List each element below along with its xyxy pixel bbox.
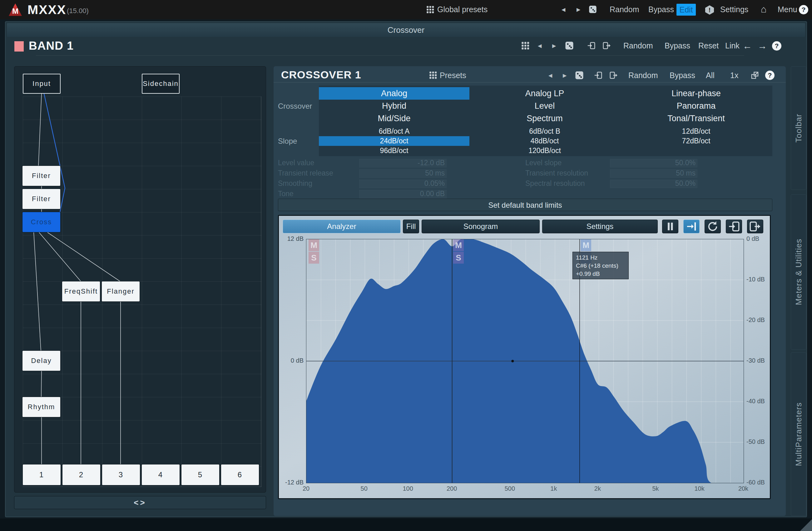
band-s-badge[interactable]: S — [308, 252, 319, 264]
window-title: Crossover — [7, 23, 805, 37]
band-presets-grid-icon[interactable] — [521, 41, 530, 50]
slope-option-12db-oct[interactable]: 12dB/oct — [620, 127, 772, 136]
param-label: Level value — [278, 159, 314, 167]
xp-all-button[interactable]: All — [706, 71, 714, 80]
normalize-button[interactable] — [683, 219, 699, 233]
alert-hexagon-icon[interactable]: ! — [705, 5, 714, 15]
tab-analyzer[interactable]: Analyzer — [282, 219, 401, 233]
slope-option-6db-oct-a[interactable]: 6dB/oct A — [319, 127, 469, 136]
global-presets-button[interactable]: Global presets — [437, 5, 488, 14]
graph-slot-1[interactable]: 1 — [23, 464, 61, 485]
forward-arrow-icon[interactable]: → — [758, 41, 767, 51]
slope-option-120db-oct[interactable]: 120dB/oct — [469, 146, 620, 156]
graph-node-flanger[interactable]: Flanger — [102, 282, 140, 301]
sidebar-section-meters-utilities[interactable]: Meters & Utilities — [791, 194, 807, 350]
xp-bypass-button[interactable]: Bypass — [670, 71, 695, 80]
tab-settings[interactable]: Settings — [542, 219, 658, 233]
graph-scrollbar[interactable]: <> — [14, 496, 266, 509]
band-dice-icon[interactable] — [565, 41, 574, 50]
xp-help-icon[interactable]: ? — [765, 71, 774, 80]
crossover-option-mid-side[interactable]: Mid/Side — [319, 112, 469, 125]
band-link-button[interactable]: Link — [725, 41, 740, 50]
band-m-badge[interactable]: M — [453, 239, 464, 251]
graph-slot-6[interactable]: 6 — [221, 464, 259, 485]
graph-slot-3[interactable]: 3 — [102, 464, 140, 485]
tab-fill[interactable]: Fill — [403, 219, 419, 233]
graph-slot-5[interactable]: 5 — [182, 464, 219, 485]
graph-slot-2[interactable]: 2 — [62, 464, 100, 485]
slope-option-24db-oct[interactable]: 24dB/oct — [319, 136, 469, 146]
next-preset-icon[interactable]: ▶ — [577, 6, 580, 13]
graph-node-filter[interactable]: Filter — [23, 166, 60, 186]
band-export-icon[interactable] — [602, 41, 611, 50]
crossover-option-panorama[interactable]: Panorama — [620, 100, 772, 112]
crossover-option-hybrid[interactable]: Hybrid — [319, 100, 469, 112]
help-icon[interactable]: ? — [799, 5, 808, 14]
param-value: -12.0 dB — [359, 159, 445, 167]
crossover-option-linear-phase[interactable]: Linear-phase — [620, 87, 772, 100]
band-help-icon[interactable]: ? — [772, 41, 781, 51]
edit-button[interactable]: Edit — [677, 4, 696, 16]
band-color-swatch[interactable] — [14, 41, 24, 52]
band-random-button[interactable]: Random — [623, 41, 653, 50]
graph-node-freqshift[interactable]: FreqShift — [62, 282, 100, 301]
xp-random-button[interactable]: Random — [628, 71, 658, 80]
settings-button[interactable]: Settings — [720, 5, 748, 14]
random-button[interactable]: Random — [610, 5, 639, 14]
band-s-badge[interactable]: S — [453, 252, 464, 264]
crossover-option-analog[interactable]: Analog — [319, 87, 469, 100]
sidebar-section-toolbar[interactable]: Toolbar — [791, 66, 807, 190]
graph-node-input[interactable]: Input — [23, 74, 61, 94]
band-reset-button[interactable]: Reset — [698, 41, 719, 50]
xp-export-icon[interactable] — [609, 71, 618, 80]
crossover-option-spectrum[interactable]: Spectrum — [469, 112, 620, 125]
crossover-option-analog-lp[interactable]: Analog LP — [469, 87, 620, 100]
detach-window-icon[interactable] — [750, 71, 759, 80]
home-icon[interactable]: ⌂ — [761, 4, 767, 15]
xp-import-icon[interactable] — [593, 71, 603, 80]
xp-prev-icon[interactable]: ◀ — [548, 72, 552, 78]
crossover-option-level[interactable]: Level — [469, 100, 620, 112]
x-axis-label: 20k — [731, 485, 756, 492]
slope-option-96db-oct[interactable]: 96dB/oct — [319, 146, 469, 156]
band-m-badge[interactable]: M — [308, 239, 319, 251]
band-bypass-button[interactable]: Bypass — [665, 41, 690, 50]
slope-option-6db-oct-b[interactable]: 6dB/oct B — [469, 127, 620, 136]
graph-node-delay[interactable]: Delay — [23, 351, 60, 371]
crossover-header-divider — [274, 82, 786, 83]
band-m-badge[interactable]: M — [581, 239, 591, 251]
randomize-dice-icon[interactable] — [589, 5, 597, 14]
xp-next-icon[interactable]: ▶ — [563, 72, 567, 78]
analyzer-export-icon[interactable] — [747, 219, 763, 233]
back-arrow-icon[interactable]: ← — [743, 41, 752, 51]
set-default-band-limits-button[interactable]: Set default band limits — [278, 199, 772, 211]
presets-grid-icon[interactable] — [429, 71, 437, 79]
menu-button[interactable]: Menu — [778, 5, 797, 14]
tab-sonogram[interactable]: Sonogram — [422, 219, 540, 233]
routing-grid[interactable] — [23, 97, 261, 487]
window-title-bar: Crossover — [7, 23, 805, 37]
mxxx-plugin-window: M MXXX (15.00) Global presets ◀ ▶ Random… — [0, 0, 812, 531]
band-import-icon[interactable] — [586, 41, 596, 50]
graph-node-cross[interactable]: Cross — [23, 212, 60, 232]
analyzer-import-icon[interactable] — [726, 219, 742, 233]
graph-node-rhythm[interactable]: Rhythm — [23, 397, 60, 417]
slope-option-48db-oct[interactable]: 48dB/oct — [469, 136, 620, 146]
presets-button[interactable]: Presets — [440, 71, 466, 80]
xp-dice-icon[interactable] — [575, 71, 584, 80]
spectrum-plot[interactable] — [306, 239, 744, 483]
graph-node-filter[interactable]: Filter — [23, 189, 60, 209]
reset-analysis-icon[interactable] — [705, 219, 721, 233]
bypass-button[interactable]: Bypass — [648, 5, 674, 14]
graph-slot-4[interactable]: 4 — [142, 464, 179, 485]
band-prev-icon[interactable]: ◀ — [538, 43, 541, 49]
crossover-option-tonal-transient[interactable]: Tonal/Transient — [620, 112, 772, 125]
band-next-icon[interactable]: ▶ — [552, 43, 556, 49]
xp-oversampling-button[interactable]: 1x — [730, 71, 738, 80]
graph-node-sidechain[interactable]: Sidechain — [142, 74, 179, 94]
slope-option-72db-oct[interactable]: 72dB/oct — [620, 136, 772, 146]
prev-preset-icon[interactable]: ◀ — [562, 6, 565, 13]
pause-button[interactable] — [662, 219, 678, 233]
sidebar-section-multiparameters[interactable]: MultiParameters — [791, 352, 807, 516]
resize-grip[interactable] — [800, 519, 812, 531]
